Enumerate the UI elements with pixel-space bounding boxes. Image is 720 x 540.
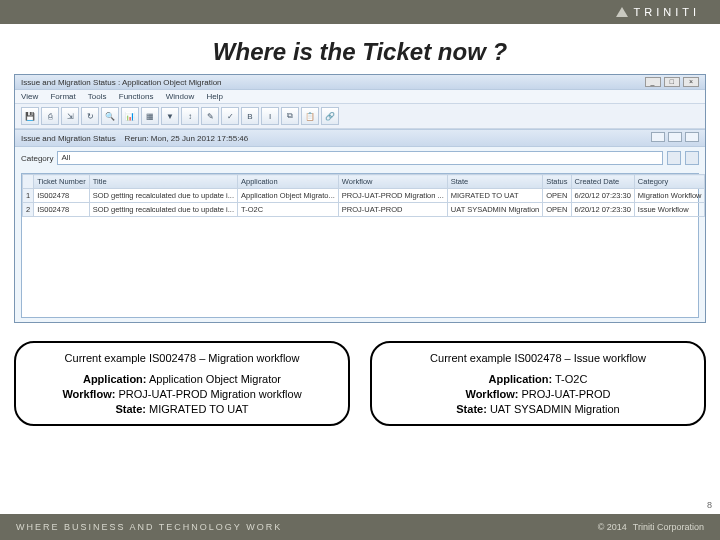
cell-date: 6/20/12 07:23:30 — [571, 189, 634, 203]
callout-issue: Current example IS002478 – Issue workflo… — [370, 341, 706, 426]
tool-refresh-icon[interactable]: ↻ — [81, 107, 99, 125]
col-title[interactable]: Title — [89, 175, 237, 189]
maximize-icon[interactable]: □ — [664, 77, 680, 87]
col-app[interactable]: Application — [238, 175, 339, 189]
cell-app: T-O2C — [238, 203, 339, 217]
col-created[interactable]: Created Date — [571, 175, 634, 189]
col-rownum — [23, 175, 34, 189]
callouts-row: Current example IS002478 – Migration wor… — [0, 323, 720, 426]
col-state[interactable]: State — [447, 175, 543, 189]
col-category[interactable]: Category — [634, 175, 705, 189]
panel-titlebar: Issue and Migration Status Rerun: Mon, 2… — [15, 129, 705, 147]
cell-ticket: IS002478 — [34, 203, 89, 217]
col-status[interactable]: Status — [543, 175, 571, 189]
cell-ticket: IS002478 — [34, 189, 89, 203]
close-icon[interactable]: × — [683, 77, 699, 87]
menu-help[interactable]: Help — [206, 92, 222, 101]
tool-find-icon[interactable]: 🔍 — [101, 107, 119, 125]
cell-rownum: 2 — [23, 203, 34, 217]
cell-category: Issue Workflow — [634, 203, 705, 217]
grid-header-row: Ticket Number Title Application Workflow… — [23, 175, 705, 189]
col-ticket[interactable]: Ticket Number — [34, 175, 89, 189]
panel-maximize-icon[interactable] — [668, 132, 682, 142]
cell-app: Application Object Migrato... — [238, 189, 339, 203]
panel-close-icon[interactable] — [685, 132, 699, 142]
panel-title: Issue and Migration Status — [21, 134, 116, 143]
tool-edit-icon[interactable]: ✎ — [201, 107, 219, 125]
triangle-icon — [616, 7, 628, 17]
app-window: Issue and Migration Status : Application… — [14, 74, 706, 323]
footer-company: Triniti Corporation — [633, 522, 704, 532]
panel-timestamp: Rerun: Mon, 25 Jun 2012 17:55:46 — [125, 134, 249, 143]
panel-minimize-icon[interactable] — [651, 132, 665, 142]
menu-window[interactable]: Window — [166, 92, 194, 101]
table-row[interactable]: 2IS002478SOD getting recalculated due to… — [23, 203, 705, 217]
cell-status: OPEN — [543, 189, 571, 203]
window-title-text: Issue and Migration Status : Application… — [21, 78, 222, 87]
table-row[interactable]: 1IS002478SOD getting recalculated due to… — [23, 189, 705, 203]
cell-workflow: PROJ-UAT-PROD Migration ... — [338, 189, 447, 203]
results-grid[interactable]: Ticket Number Title Application Workflow… — [21, 173, 699, 318]
cell-state: MIGRATED TO UAT — [447, 189, 543, 203]
brand-text: TRINITI — [634, 6, 701, 18]
tool-save-icon[interactable]: 💾 — [21, 107, 39, 125]
tool-check-icon[interactable]: ✓ — [221, 107, 239, 125]
cell-rownum: 1 — [23, 189, 34, 203]
slide-title: Where is the Ticket now ? — [0, 38, 720, 66]
footer-bar: WHERE BUSINESS AND TECHNOLOGY WORK © 201… — [0, 514, 720, 540]
tool-print-icon[interactable]: ⎙ — [41, 107, 59, 125]
tool-paste-icon[interactable]: 📋 — [301, 107, 319, 125]
col-workflow[interactable]: Workflow — [338, 175, 447, 189]
window-titlebar: Issue and Migration Status : Application… — [15, 75, 705, 90]
menu-tools[interactable]: Tools — [88, 92, 107, 101]
tool-link-icon[interactable]: 🔗 — [321, 107, 339, 125]
grid-empty-area — [22, 217, 698, 317]
page-number: 8 — [707, 500, 712, 510]
tool-export-icon[interactable]: ⇲ — [61, 107, 79, 125]
callout-migration: Current example IS002478 – Migration wor… — [14, 341, 350, 426]
footer-copyright: © 2014 — [598, 522, 627, 532]
window-controls[interactable]: _ □ × — [644, 77, 699, 87]
filter-row: Category All — [15, 147, 705, 169]
brand-logo: TRINITI — [616, 6, 701, 18]
cell-title: SOD getting recalculated due to update i… — [89, 203, 237, 217]
cell-workflow: PROJ-UAT-PROD — [338, 203, 447, 217]
minimize-icon[interactable]: _ — [645, 77, 661, 87]
callout-migration-head: Current example IS002478 – Migration wor… — [26, 351, 338, 366]
tool-italic-icon[interactable]: I — [261, 107, 279, 125]
cell-date: 6/20/12 07:23:30 — [571, 203, 634, 217]
category-combo[interactable]: All — [57, 151, 663, 165]
callout-issue-head: Current example IS002478 – Issue workflo… — [382, 351, 694, 366]
tool-chart-icon[interactable]: 📊 — [121, 107, 139, 125]
cell-status: OPEN — [543, 203, 571, 217]
menu-functions[interactable]: Functions — [119, 92, 154, 101]
brand-bar: TRINITI — [0, 0, 720, 24]
tool-copy-icon[interactable]: ⧉ — [281, 107, 299, 125]
tool-filter-icon[interactable]: ▼ — [161, 107, 179, 125]
category-label: Category — [21, 154, 53, 163]
filter-apply-button[interactable] — [667, 151, 681, 165]
footer-tagline: WHERE BUSINESS AND TECHNOLOGY WORK — [16, 522, 282, 532]
menu-view[interactable]: View — [21, 92, 38, 101]
filter-clear-button[interactable] — [685, 151, 699, 165]
cell-category: Migration Workflow — [634, 189, 705, 203]
tool-sort-icon[interactable]: ↕ — [181, 107, 199, 125]
tool-grid-icon[interactable]: ▦ — [141, 107, 159, 125]
menu-bar[interactable]: View Format Tools Functions Window Help — [15, 90, 705, 104]
menu-format[interactable]: Format — [50, 92, 75, 101]
cell-state: UAT SYSADMIN Migration — [447, 203, 543, 217]
cell-title: SOD getting recalculated due to update i… — [89, 189, 237, 203]
toolbar: 💾 ⎙ ⇲ ↻ 🔍 📊 ▦ ▼ ↕ ✎ ✓ B I ⧉ 📋 🔗 — [15, 104, 705, 129]
panel-controls[interactable] — [650, 132, 699, 144]
tool-bold-icon[interactable]: B — [241, 107, 259, 125]
